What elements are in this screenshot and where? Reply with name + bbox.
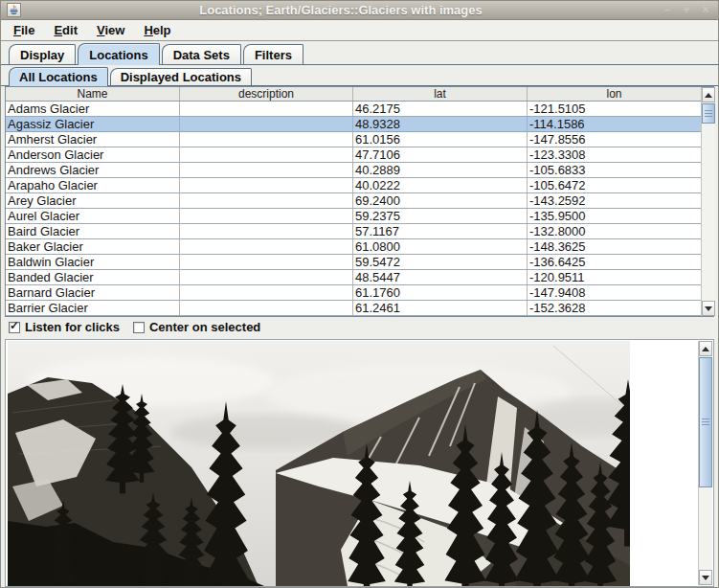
photo-scrollbar-thumb[interactable] — [699, 357, 712, 487]
tab-locations[interactable]: Locations — [78, 43, 159, 65]
java-app-icon[interactable] — [7, 3, 21, 17]
cell-description — [180, 132, 353, 147]
table-row[interactable]: Baird Glacier 57.1167 -132.8000 — [6, 224, 701, 239]
cell-name: Barrier Glacier — [6, 301, 180, 315]
checkbox-label: Listen for clicks — [25, 320, 120, 334]
menu-view[interactable]: View — [88, 21, 133, 39]
down-arrow-icon — [705, 306, 712, 311]
cell-name: Barnard Glacier — [6, 285, 180, 300]
listen-for-clicks-checkbox[interactable]: ✓ Listen for clicks — [9, 320, 120, 334]
tab-data-sets[interactable]: Data Sets — [162, 44, 241, 64]
cell-lat: 59.2375 — [353, 209, 528, 223]
table-row[interactable]: Banded Glacier 48.5447 -120.9511 — [6, 270, 701, 285]
cell-description — [180, 102, 353, 116]
table-row[interactable]: Barrier Glacier 61.2461 -152.3628 — [6, 301, 701, 316]
locations-table: Name description lat lon Adams Glacier 4… — [6, 87, 701, 316]
cell-lon: -132.8000 — [528, 224, 701, 238]
table-row[interactable]: Arey Glacier 69.2400 -143.2592 — [6, 193, 701, 209]
tab-displayed-locations[interactable]: Displayed Locations — [110, 68, 252, 85]
tab-display[interactable]: Display — [9, 44, 76, 64]
checkbox-label: Center on selected — [149, 320, 260, 334]
column-header-description[interactable]: description — [180, 87, 353, 101]
table-row[interactable]: Arapaho Glacier 40.0222 -105.6472 — [6, 178, 701, 193]
locations-table-scrollpane: Name description lat lon Adams Glacier 4… — [5, 86, 714, 317]
table-row[interactable]: Anderson Glacier 47.7106 -123.3308 — [6, 147, 701, 163]
cell-description — [180, 224, 353, 238]
cell-description — [180, 301, 353, 315]
cell-lon: -136.6425 — [528, 255, 701, 269]
title-bar[interactable]: Locations; Earth/Glaciers::Glaciers with… — [1, 1, 718, 20]
cell-description — [180, 178, 353, 192]
column-header-name[interactable]: Name — [6, 87, 180, 101]
cell-lat: 61.2461 — [353, 301, 528, 315]
cell-lon: -135.9500 — [528, 209, 701, 223]
minimize-icon[interactable]: – — [661, 4, 674, 17]
scroll-up-button[interactable] — [702, 87, 715, 102]
cell-lon: -121.5105 — [528, 102, 701, 116]
maximize-icon[interactable]: + — [680, 4, 693, 17]
cell-name: Baird Glacier — [6, 224, 180, 238]
table-row[interactable]: Aurel Glacier 59.2375 -135.9500 — [6, 209, 701, 224]
cell-lat: 69.2400 — [353, 193, 528, 208]
table-row[interactable]: Baker Glacier 61.0800 -148.3625 — [6, 239, 701, 255]
tab-filters[interactable]: Filters — [243, 44, 303, 64]
checkbox-box[interactable]: ✓ — [9, 322, 20, 333]
cell-name: Adams Glacier — [6, 102, 180, 116]
cell-lon: -105.6833 — [528, 163, 701, 177]
cell-lat: 57.1167 — [353, 224, 528, 238]
cell-lon: -105.6472 — [528, 178, 701, 192]
table-row[interactable]: Andrews Glacier 40.2889 -105.6833 — [6, 163, 701, 178]
menu-edit[interactable]: Edit — [45, 21, 86, 39]
scroll-down-button[interactable] — [702, 301, 715, 316]
table-row[interactable]: Adams Glacier 46.2175 -121.5105 — [6, 102, 701, 117]
cell-lat: 61.0800 — [353, 239, 528, 254]
cell-name: Anderson Glacier — [6, 147, 180, 162]
tab-all-locations[interactable]: All Locations — [9, 67, 108, 86]
photo-vertical-scrollbar[interactable] — [698, 341, 712, 585]
menu-help[interactable]: Help — [135, 21, 179, 39]
menu-file[interactable]: File — [5, 21, 43, 39]
table-row[interactable]: Amherst Glacier 61.0156 -147.8556 — [6, 132, 701, 147]
cell-description — [180, 193, 353, 208]
cell-lon: -120.9511 — [528, 270, 701, 284]
window-controls: – + × — [661, 4, 712, 17]
cell-lon: -114.1586 — [528, 117, 701, 131]
thumb-grip-icon — [705, 110, 712, 118]
scrollbar-thumb[interactable] — [702, 103, 715, 124]
center-on-selected-checkbox[interactable]: ✓ Center on selected — [133, 320, 260, 334]
cell-name: Amherst Glacier — [6, 132, 180, 147]
photo-scroll-down-button[interactable] — [699, 570, 712, 585]
cell-name: Agassiz Glacier — [6, 117, 180, 131]
window-title: Locations; Earth/Glaciers::Glaciers with… — [21, 3, 661, 17]
cell-lat: 48.5447 — [353, 270, 528, 284]
cell-description — [180, 117, 353, 131]
table-row[interactable]: Barnard Glacier 61.1760 -147.9408 — [6, 285, 701, 301]
table-vertical-scrollbar[interactable] — [701, 87, 715, 316]
cell-description — [180, 255, 353, 269]
photo-scroll-up-button[interactable] — [699, 341, 712, 356]
main-tab-bar: Display Locations Data Sets Filters — [1, 41, 718, 65]
cell-lat: 40.2889 — [353, 163, 528, 177]
cell-lat: 61.0156 — [353, 132, 528, 147]
cell-lon: -143.2592 — [528, 193, 701, 208]
app-window: Locations; Earth/Glaciers::Glaciers with… — [0, 0, 719, 588]
cell-name: Arey Glacier — [6, 193, 180, 208]
column-header-lon[interactable]: lon — [528, 87, 701, 101]
cell-name: Aurel Glacier — [6, 209, 180, 223]
cell-lat: 47.7106 — [353, 147, 528, 162]
menu-bar: File Edit View Help — [1, 20, 718, 41]
up-arrow-icon — [705, 93, 712, 98]
locations-sub-tab-bar: All Locations Displayed Locations — [1, 66, 718, 86]
cell-description — [180, 209, 353, 223]
column-header-lat[interactable]: lat — [353, 87, 528, 101]
table-row[interactable]: Baldwin Glacier 59.5472 -136.6425 — [6, 255, 701, 270]
cell-name: Baker Glacier — [6, 239, 180, 254]
close-icon[interactable]: × — [699, 4, 712, 17]
cell-lat: 61.1760 — [353, 285, 528, 300]
cell-lon: -147.8556 — [528, 132, 701, 147]
checkbox-box[interactable]: ✓ — [133, 322, 145, 333]
cell-lon: -147.9408 — [528, 285, 701, 300]
cell-description — [180, 239, 353, 254]
table-row[interactable]: Agassiz Glacier 48.9328 -114.1586 — [6, 117, 701, 132]
cell-lon: -123.3308 — [528, 147, 701, 162]
